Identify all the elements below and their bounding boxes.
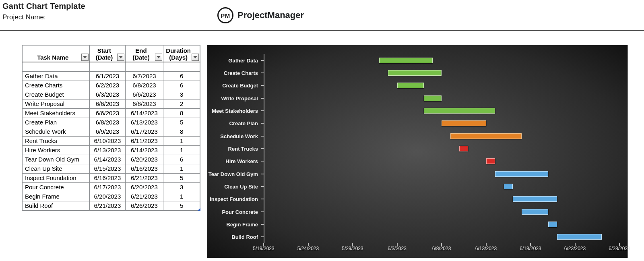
cell-duration[interactable]: 5 <box>163 118 200 127</box>
cell-start[interactable]: 6/20/2023 <box>90 192 125 201</box>
cell-task[interactable]: Gather Data <box>22 72 90 81</box>
cell-duration[interactable]: 8 <box>163 109 200 118</box>
table-row[interactable]: Schedule Work6/9/20236/17/20238 <box>22 127 200 137</box>
cell-start[interactable]: 6/2/2023 <box>90 81 125 90</box>
table-row[interactable]: Begin Frame6/20/20236/21/20231 <box>22 192 200 201</box>
table-row[interactable]: Clean Up Site6/15/20236/16/20231 <box>22 164 200 174</box>
cell-end[interactable]: 6/26/2023 <box>125 201 163 211</box>
col-task-name[interactable]: Task Name <box>22 45 90 62</box>
filter-button-duration[interactable] <box>192 54 199 61</box>
filter-button-start[interactable] <box>117 54 124 61</box>
gantt-bar[interactable] <box>522 209 548 215</box>
cell-end[interactable]: 6/21/2023 <box>125 192 163 201</box>
cell-end[interactable]: 6/16/2023 <box>125 164 163 174</box>
table-row[interactable]: Tear Down Old Gym6/14/20236/20/20236 <box>22 155 200 164</box>
cell-task[interactable]: Write Proposal <box>22 99 90 109</box>
table-resize-handle-icon[interactable] <box>197 208 200 211</box>
table-row[interactable]: Write Proposal6/6/20236/8/20232 <box>22 99 200 109</box>
gantt-chart[interactable]: Gather DataCreate ChartsCreate BudgetWri… <box>207 45 628 258</box>
cell-end[interactable]: 6/21/2023 <box>125 174 163 183</box>
task-table[interactable]: Task Name Start (Date) <box>22 45 200 211</box>
gantt-bar[interactable] <box>388 70 442 76</box>
col-start[interactable]: Start (Date) <box>90 45 125 62</box>
cell-end[interactable]: 6/17/2023 <box>125 127 163 137</box>
table-row[interactable]: Build Roof6/21/20236/26/20235 <box>22 201 200 211</box>
cell-duration[interactable]: 6 <box>163 81 200 90</box>
cell-task[interactable]: Begin Frame <box>22 192 90 201</box>
cell-start[interactable]: 6/9/2023 <box>90 127 125 137</box>
cell-duration[interactable]: 1 <box>163 146 200 155</box>
cell-start[interactable]: 6/17/2023 <box>90 183 125 192</box>
cell-start[interactable]: 6/3/2023 <box>90 90 125 99</box>
cell-duration[interactable]: 5 <box>163 201 200 211</box>
gantt-bar[interactable] <box>459 146 468 151</box>
cell-start[interactable]: 6/8/2023 <box>90 118 125 127</box>
cell-duration[interactable]: 5 <box>163 174 200 183</box>
gantt-bar[interactable] <box>486 158 495 164</box>
cell-duration[interactable]: 6 <box>163 72 200 81</box>
cell-task[interactable]: Rent Trucks <box>22 137 90 146</box>
table-row[interactable]: Pour Concrete6/17/20236/20/20233 <box>22 183 200 192</box>
gantt-bar[interactable] <box>504 184 513 189</box>
cell-task[interactable]: Inspect Foundation <box>22 174 90 183</box>
cell-duration[interactable]: 2 <box>163 99 200 109</box>
cell-duration[interactable]: 8 <box>163 127 200 137</box>
cell-end[interactable]: 6/8/2023 <box>125 81 163 90</box>
table-row[interactable]: Meet Stakeholders6/6/20236/14/20238 <box>22 109 200 118</box>
cell-end[interactable]: 6/6/2023 <box>125 90 163 99</box>
cell-task[interactable]: Build Roof <box>22 201 90 211</box>
table-row[interactable]: Create Budget6/3/20236/6/20233 <box>22 90 200 99</box>
cell-duration[interactable]: 6 <box>163 155 200 164</box>
gantt-bar[interactable] <box>495 171 549 177</box>
cell-task[interactable]: Tear Down Old Gym <box>22 155 90 164</box>
filter-button-task[interactable] <box>81 54 89 61</box>
cell-start[interactable]: 6/13/2023 <box>90 146 125 155</box>
table-row[interactable]: Create Plan6/8/20236/13/20235 <box>22 118 200 127</box>
table-row[interactable]: Hire Workers6/13/20236/14/20231 <box>22 146 200 155</box>
cell-end[interactable]: 6/14/2023 <box>125 109 163 118</box>
cell-task[interactable]: Hire Workers <box>22 146 90 155</box>
cell-start[interactable]: 6/14/2023 <box>90 155 125 164</box>
cell-task[interactable]: Schedule Work <box>22 127 90 137</box>
cell-end[interactable]: 6/7/2023 <box>125 72 163 81</box>
table-row[interactable]: Rent Trucks6/10/20236/11/20231 <box>22 137 200 146</box>
cell-end[interactable]: 6/13/2023 <box>125 118 163 127</box>
cell-end[interactable]: 6/14/2023 <box>125 146 163 155</box>
col-end[interactable]: End (Date) <box>125 45 163 62</box>
gantt-bar[interactable] <box>548 222 557 227</box>
cell-duration[interactable]: 1 <box>163 164 200 174</box>
cell-duration[interactable]: 1 <box>163 137 200 146</box>
cell-end[interactable]: 6/20/2023 <box>125 155 163 164</box>
cell-task[interactable]: Clean Up Site <box>22 164 90 174</box>
cell-duration[interactable]: 1 <box>163 192 200 201</box>
cell-end[interactable]: 6/8/2023 <box>125 99 163 109</box>
table-row[interactable]: Gather Data6/1/20236/7/20236 <box>22 72 200 81</box>
cell-start[interactable]: 6/6/2023 <box>90 99 125 109</box>
gantt-bar[interactable] <box>442 120 486 126</box>
cell-start[interactable]: 6/10/2023 <box>90 137 125 146</box>
cell-task[interactable]: Create Charts <box>22 81 90 90</box>
table-row[interactable]: Create Charts6/2/20236/8/20236 <box>22 81 200 90</box>
cell-start[interactable]: 6/15/2023 <box>90 164 125 174</box>
cell-task[interactable]: Pour Concrete <box>22 183 90 192</box>
gantt-bar[interactable] <box>424 108 495 114</box>
gantt-bar[interactable] <box>450 133 522 139</box>
cell-start[interactable]: 6/16/2023 <box>90 174 125 183</box>
table-row[interactable]: Inspect Foundation6/16/20236/21/20235 <box>22 174 200 183</box>
cell-duration[interactable]: 3 <box>163 90 200 99</box>
cell-end[interactable]: 6/20/2023 <box>125 183 163 192</box>
gantt-bar[interactable] <box>397 83 424 88</box>
cell-task[interactable]: Create Budget <box>22 90 90 99</box>
gantt-bar[interactable] <box>557 234 602 240</box>
cell-start[interactable]: 6/21/2023 <box>90 201 125 211</box>
cell-duration[interactable]: 3 <box>163 183 200 192</box>
cell-task[interactable]: Create Plan <box>22 118 90 127</box>
col-duration[interactable]: Duration (Days) <box>163 45 200 62</box>
filter-button-end[interactable] <box>155 54 162 61</box>
gantt-bar[interactable] <box>513 196 557 202</box>
cell-start[interactable]: 6/1/2023 <box>90 72 125 81</box>
cell-start[interactable]: 6/6/2023 <box>90 109 125 118</box>
cell-end[interactable]: 6/11/2023 <box>125 137 163 146</box>
gantt-bar[interactable] <box>379 58 433 63</box>
cell-task[interactable]: Meet Stakeholders <box>22 109 90 118</box>
